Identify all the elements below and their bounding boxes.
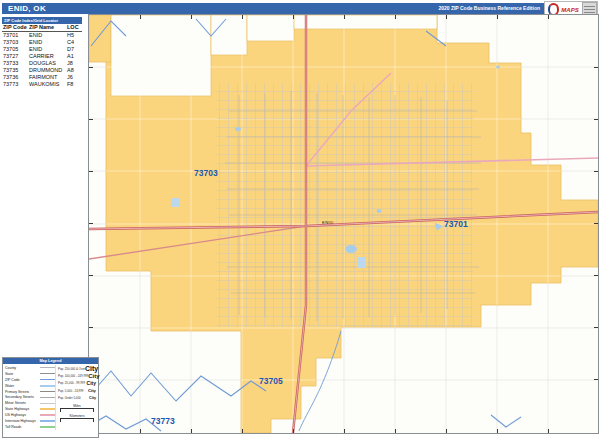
cell-loc: J8 — [67, 60, 81, 67]
map-legend: Map Legend County State ZIP Code Water P… — [2, 357, 99, 438]
city-sample: City — [87, 380, 96, 386]
table-row: 73727CARRIERA1 — [2, 53, 82, 60]
legend-label: State — [5, 372, 40, 376]
cell-zip: 73705 — [2, 46, 29, 53]
zip-label-73703: 73703 — [194, 168, 218, 178]
cell-zip: 73703 — [2, 39, 29, 46]
map-page: ENID, OK 2020 ZIP Code Business Referenc… — [0, 0, 600, 441]
map-svg: 73703 73701 73705 73773 ENID — [89, 15, 598, 433]
cell-zip: 73773 — [2, 81, 29, 88]
cell-loc: F8 — [67, 81, 81, 88]
state-highway-symbol — [40, 408, 55, 410]
cell-name: WAUKOMIS — [29, 81, 67, 88]
cell-loc: J6 — [67, 74, 81, 81]
table-row: 73736FAIRMONTJ6 — [2, 74, 82, 81]
cell-name: CARRIER — [29, 53, 67, 60]
legend-item: Toll Roads — [5, 424, 55, 430]
cell-zip: 73733 — [2, 60, 29, 67]
cell-loc: D7 — [67, 46, 81, 53]
zip-index-header: ZIP Code ZIP Name LOC — [2, 24, 82, 32]
city-sample: City — [89, 396, 96, 400]
population-row: Pop. 100,000 - 249,999City — [58, 372, 96, 379]
interstate-highway-symbol — [40, 420, 55, 422]
cell-name: ENID — [29, 46, 67, 53]
city-label-enid: ENID — [322, 220, 334, 225]
legend-label: US Highways — [5, 413, 40, 417]
cell-loc: C4 — [67, 39, 81, 46]
header-bar: ENID, OK 2020 ZIP Code Business Referenc… — [2, 3, 598, 14]
state-line-symbol — [40, 373, 55, 374]
table-row: 73703ENIDC4 — [2, 39, 82, 46]
cell-zip: 73736 — [2, 74, 29, 81]
cell-zip: 73727 — [2, 53, 29, 60]
cell-zip: 73735 — [2, 67, 29, 74]
legend-label: State Highways — [5, 407, 40, 411]
legend-label: County — [5, 366, 40, 370]
cell-loc: H5 — [67, 32, 81, 39]
city-sample: City — [88, 388, 96, 393]
legend-label: Toll Roads — [5, 425, 40, 429]
zip-label-73773: 73773 — [151, 416, 175, 426]
legend-label: Interstate Highways — [5, 419, 40, 423]
zip-label-73701: 73701 — [444, 219, 468, 229]
cell-loc: A8 — [67, 67, 81, 74]
population-range: Pop. 25,000 - 99,999 — [58, 381, 85, 385]
legend-label: ZIP Code — [5, 378, 40, 382]
primary-street-symbol — [40, 391, 55, 392]
cell-loc: A1 — [67, 53, 81, 60]
city-street-grid — [217, 83, 473, 327]
scale-bar — [60, 418, 94, 422]
population-range: Pop. 250,000 & Over — [58, 367, 85, 371]
page-title: ENID, OK — [8, 3, 46, 14]
legend-population: Pop. 250,000 & OverCity Pop. 100,000 - 2… — [55, 365, 96, 430]
toll-road-symbol — [40, 426, 55, 428]
zip-index-title: ZIP Code Index/Grid Locator — [2, 17, 82, 24]
population-range: Pop. Under 5,000 — [58, 396, 81, 400]
population-row: Pop. 5,000 - 24,999City — [58, 387, 96, 394]
population-row: Pop. 250,000 & OverCity — [58, 365, 96, 372]
zip-line-symbol — [40, 379, 55, 380]
legend-label: Water — [5, 384, 40, 388]
legend-label: Minor Streets — [5, 401, 40, 405]
scale-bar — [60, 408, 94, 412]
legend-label: Secondary Streets — [5, 395, 40, 399]
water-symbol — [40, 385, 55, 387]
city-sample: City — [88, 373, 99, 379]
population-range: Pop. 5,000 - 24,999 — [58, 389, 83, 393]
cell-name: FAIRMONT — [29, 74, 67, 81]
population-row: Pop. 25,000 - 99,999City — [58, 380, 96, 387]
table-row: 73733DOUGLASJ8 — [2, 60, 82, 67]
logo-brand-text: MAPS — [561, 7, 578, 13]
cell-name: ENID — [29, 32, 67, 39]
minor-street-symbol — [40, 403, 55, 404]
population-range: Pop. 100,000 - 249,999 — [58, 374, 88, 378]
edition-label: 2020 ZIP Code Business Reference Edition — [438, 3, 540, 14]
population-row: Pop. Under 5,000City — [58, 395, 96, 402]
cell-name: ENID — [29, 39, 67, 46]
legend-symbols: County State ZIP Code Water Primary Stre… — [5, 365, 55, 430]
cell-name: DOUGLAS — [29, 60, 67, 67]
table-row: 73701ENIDH5 — [2, 32, 82, 39]
county-line-symbol — [40, 367, 55, 368]
table-row: 73705ENIDD7 — [2, 46, 82, 53]
cell-zip: 73701 — [2, 32, 29, 39]
legend-label: Primary Streets — [5, 390, 40, 394]
col-zip-name: ZIP Name — [29, 24, 67, 31]
cell-name: DRUMMOND — [29, 67, 67, 74]
us-highway-symbol — [40, 414, 55, 416]
col-zip-code: ZIP Code — [2, 24, 29, 31]
zip-label-73705: 73705 — [259, 376, 283, 386]
map-canvas[interactable]: 73703 73701 73705 73773 ENID — [88, 14, 599, 434]
zip-region-block — [89, 15, 111, 62]
col-loc: LOC — [67, 24, 81, 31]
zip-index-table: ZIP Code Index/Grid Locator ZIP Code ZIP… — [2, 17, 82, 88]
table-row: 73773WAUKOMISF8 — [2, 81, 82, 88]
scale-miles: Miles — [58, 404, 96, 412]
city-sample: City — [85, 365, 98, 372]
table-row: 73735DRUMMONDA8 — [2, 67, 82, 74]
secondary-street-symbol — [40, 397, 55, 398]
scale-kilometers: Kilometers — [58, 414, 96, 422]
